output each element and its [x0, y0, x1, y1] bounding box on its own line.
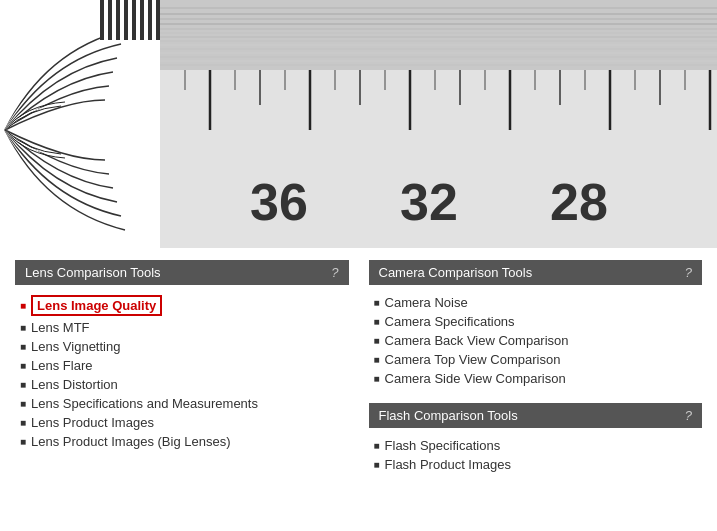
- list-item: ■ Lens Distortion: [20, 375, 344, 394]
- lens-tools-help[interactable]: ?: [331, 265, 338, 280]
- list-item: ■ Camera Back View Comparison: [374, 331, 698, 350]
- camera-specifications-link[interactable]: Camera Specifications: [385, 314, 515, 329]
- list-item: ■ Lens MTF: [20, 318, 344, 337]
- lens-image-quality-link[interactable]: Lens Image Quality: [37, 298, 156, 313]
- list-item: ■ Lens Flare: [20, 356, 344, 375]
- lens-tools-list: ■ Lens Image Quality ■ Lens MTF ■ Lens V…: [15, 293, 349, 451]
- bullet-icon: ■: [20, 398, 26, 409]
- camera-side-view-link[interactable]: Camera Side View Comparison: [385, 371, 566, 386]
- bullet-icon: ■: [20, 436, 26, 447]
- svg-rect-4: [116, 0, 120, 40]
- camera-flash-tools-column: Camera Comparison Tools ? ■ Camera Noise…: [369, 260, 703, 489]
- bullet-icon: ■: [374, 459, 380, 470]
- flash-tools-help[interactable]: ?: [685, 408, 692, 423]
- lens-vignetting-link[interactable]: Lens Vignetting: [31, 339, 120, 354]
- svg-text:32: 32: [400, 173, 458, 231]
- list-item: ■ Camera Specifications: [374, 312, 698, 331]
- camera-tools-list: ■ Camera Noise ■ Camera Specifications ■…: [369, 293, 703, 388]
- bullet-icon: ■: [20, 322, 26, 333]
- bullet-icon: ■: [374, 373, 380, 384]
- flash-tools-title: Flash Comparison Tools: [379, 408, 518, 423]
- svg-rect-5: [124, 0, 128, 40]
- lens-product-images-big-link[interactable]: Lens Product Images (Big Lenses): [31, 434, 230, 449]
- list-item: ■ Lens Image Quality: [20, 293, 344, 318]
- list-item: ■ Flash Specifications: [374, 436, 698, 455]
- lens-tools-column: Lens Comparison Tools ? ■ Lens Image Qua…: [15, 260, 349, 489]
- camera-tools-header: Camera Comparison Tools ?: [369, 260, 703, 285]
- list-item: ■ Camera Top View Comparison: [374, 350, 698, 369]
- bullet-icon: ■: [374, 354, 380, 365]
- list-item: ■ Camera Noise: [374, 293, 698, 312]
- lens-tools-header: Lens Comparison Tools ?: [15, 260, 349, 285]
- list-item: ■ Lens Vignetting: [20, 337, 344, 356]
- resolution-chart: [0, 0, 160, 248]
- top-image: 36 32 28: [0, 0, 717, 248]
- list-item: ■ Lens Product Images (Big Lenses): [20, 432, 344, 451]
- camera-back-view-link[interactable]: Camera Back View Comparison: [385, 333, 569, 348]
- lens-mtf-link[interactable]: Lens MTF: [31, 320, 90, 335]
- lens-product-images-link[interactable]: Lens Product Images: [31, 415, 154, 430]
- flash-product-images-link[interactable]: Flash Product Images: [385, 457, 511, 472]
- active-item-box: Lens Image Quality: [31, 295, 162, 316]
- flash-specifications-link[interactable]: Flash Specifications: [385, 438, 501, 453]
- bullet-icon: ■: [374, 440, 380, 451]
- camera-tools-title: Camera Comparison Tools: [379, 265, 533, 280]
- svg-rect-8: [148, 0, 152, 40]
- bullet-icon: ■: [20, 379, 26, 390]
- bullet-icon: ■: [374, 297, 380, 308]
- svg-rect-3: [108, 0, 112, 40]
- svg-rect-6: [132, 0, 136, 40]
- bullet-icon: ■: [20, 341, 26, 352]
- flash-tools-header: Flash Comparison Tools ?: [369, 403, 703, 428]
- svg-rect-11: [160, 0, 717, 70]
- svg-rect-7: [140, 0, 144, 40]
- lens-tools-title: Lens Comparison Tools: [25, 265, 161, 280]
- list-item: ■ Lens Product Images: [20, 413, 344, 432]
- lens-specifications-link[interactable]: Lens Specifications and Measurements: [31, 396, 258, 411]
- list-item: ■ Lens Specifications and Measurements: [20, 394, 344, 413]
- svg-text:28: 28: [550, 173, 608, 231]
- bullet-icon: ■: [20, 360, 26, 371]
- lens-comparison-tools-box: Lens Comparison Tools ? ■ Lens Image Qua…: [15, 260, 349, 451]
- bullet-icon: ■: [374, 316, 380, 327]
- svg-rect-2: [100, 0, 104, 40]
- flash-comparison-tools-box: Flash Comparison Tools ? ■ Flash Specifi…: [369, 403, 703, 474]
- lens-distortion-link[interactable]: Lens Distortion: [31, 377, 118, 392]
- camera-tools-help[interactable]: ?: [685, 265, 692, 280]
- list-item: ■ Camera Side View Comparison: [374, 369, 698, 388]
- ruler-area: 36 32 28: [160, 0, 717, 248]
- tools-section: Lens Comparison Tools ? ■ Lens Image Qua…: [0, 248, 717, 501]
- list-item: ■ Flash Product Images: [374, 455, 698, 474]
- lens-flare-link[interactable]: Lens Flare: [31, 358, 92, 373]
- camera-top-view-link[interactable]: Camera Top View Comparison: [385, 352, 561, 367]
- svg-text:36: 36: [250, 173, 308, 231]
- bullet-icon: ■: [20, 300, 26, 311]
- flash-tools-list: ■ Flash Specifications ■ Flash Product I…: [369, 436, 703, 474]
- camera-noise-link[interactable]: Camera Noise: [385, 295, 468, 310]
- camera-comparison-tools-box: Camera Comparison Tools ? ■ Camera Noise…: [369, 260, 703, 388]
- bullet-icon: ■: [20, 417, 26, 428]
- bullet-icon: ■: [374, 335, 380, 346]
